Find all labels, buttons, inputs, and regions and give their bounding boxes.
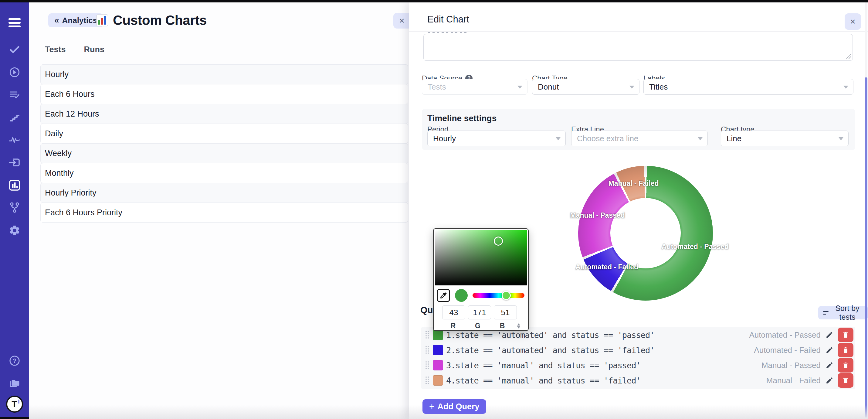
settings-gear-icon[interactable] [0, 223, 29, 237]
edit-icon[interactable] [826, 346, 833, 354]
scrollbar-thumb[interactable] [865, 78, 867, 417]
edit-icon[interactable] [826, 361, 833, 369]
menu-icon[interactable] [0, 16, 29, 30]
list-item[interactable]: Weekly [40, 143, 408, 163]
list-item[interactable]: Hourly [40, 64, 408, 84]
blue-input[interactable] [494, 305, 517, 320]
window-top-edge [0, 0, 868, 2]
query-title: Manual - Passed [762, 361, 820, 370]
runs-play-icon[interactable] [0, 65, 29, 79]
list-item[interactable]: Monthly [40, 163, 408, 183]
donut-slice-label: Manual - Passed [570, 211, 625, 219]
chevrons-left-icon: « [54, 16, 59, 25]
drag-handle-icon[interactable] [426, 331, 429, 339]
chevron-down-icon [843, 86, 848, 89]
color-mode-toggle-icon[interactable] [517, 323, 520, 329]
extra-line-select[interactable]: Choose extra line [571, 130, 708, 146]
drag-handle-icon[interactable] [426, 377, 429, 384]
steps-stairs-icon[interactable] [0, 111, 29, 124]
query-title: Automated - Failed [754, 346, 820, 355]
chevron-down-icon [629, 86, 634, 89]
tab-tests[interactable]: Tests [45, 45, 66, 54]
clipped-field-label [428, 32, 467, 33]
plus-icon: + [429, 401, 435, 412]
list-item[interactable]: Each 6 Hours Priority [40, 203, 408, 222]
sort-icon [823, 311, 829, 315]
donut-slice-label: Automated - Failed [576, 263, 638, 271]
help-question-icon[interactable]: ? [0, 354, 29, 368]
back-button-label: Analytics [62, 16, 97, 25]
imports-sign-in-icon[interactable] [0, 155, 29, 170]
divider [409, 31, 868, 32]
delete-query-button[interactable] [838, 358, 854, 372]
query-list: 1.state == 'automated' and status == 'pa… [421, 327, 855, 389]
list-item[interactable]: Daily [40, 124, 408, 144]
sb-marker[interactable] [494, 237, 503, 246]
timeline-settings-card: Timeline settings Period Extra Line Char… [422, 109, 855, 150]
edit-chart-drawer: Edit Chart × Data Source ? Chart Type La… [409, 2, 868, 419]
description-textarea[interactable] [423, 34, 853, 61]
period-select[interactable]: Hourly [427, 130, 566, 146]
analytics-back-button[interactable]: « Analytics [48, 13, 103, 27]
query-color-swatch[interactable] [433, 375, 443, 386]
current-color-swatch [455, 289, 468, 302]
panel-close-button[interactable]: × [393, 13, 410, 29]
red-label: R [442, 322, 464, 330]
list-item[interactable]: Hourly Priority [40, 183, 408, 203]
chart-list: HourlyEach 6 HoursEach 12 HoursDailyWeek… [40, 65, 408, 222]
query-color-swatch[interactable] [433, 345, 443, 355]
drawer-close-button[interactable]: × [845, 13, 861, 30]
delete-query-button[interactable] [838, 343, 854, 357]
hue-slider[interactable] [472, 293, 524, 298]
data-source-select[interactable]: Tests [422, 79, 527, 95]
svg-text:?: ? [12, 357, 16, 364]
query-title: Automated - Passed [749, 330, 820, 340]
donut-labels: Automated - PassedAutomated - FailedManu… [578, 166, 713, 301]
eyedropper-button[interactable] [437, 289, 450, 302]
query-row: 3.state == 'manual' and status == 'passe… [421, 358, 855, 373]
delete-query-button[interactable] [838, 373, 854, 388]
blue-label: B [491, 322, 513, 330]
drag-handle-icon[interactable] [426, 346, 429, 354]
red-input[interactable] [442, 305, 465, 320]
edit-icon[interactable] [826, 331, 833, 339]
labels-select[interactable]: Titles [643, 79, 854, 95]
list-item[interactable]: Each 12 Hours [40, 104, 408, 124]
query-row: 4.state == 'manual' and status == 'faile… [421, 373, 855, 388]
sidebar: ? T [0, 2, 29, 419]
query-expression: 4.state == 'manual' and status == 'faile… [446, 376, 766, 385]
green-input[interactable] [468, 305, 491, 320]
delete-query-button[interactable] [838, 328, 854, 342]
sort-by-tests-button[interactable]: Sort by tests [818, 306, 868, 320]
hue-handle[interactable] [502, 291, 511, 300]
edit-icon[interactable] [826, 377, 833, 384]
branches-git-icon[interactable] [0, 201, 29, 215]
donut-slice-label: Manual - Failed [608, 179, 659, 187]
drag-handle-icon[interactable] [426, 361, 429, 369]
testomat-logo[interactable]: T [0, 396, 29, 412]
tests-check-icon[interactable] [0, 42, 29, 57]
saturation-brightness-area[interactable] [435, 230, 527, 286]
divider [29, 61, 409, 61]
page-title: Custom Charts [113, 13, 207, 28]
donut-chart: Automated - PassedAutomated - FailedManu… [578, 166, 713, 301]
tab-bar: Tests Runs [45, 45, 104, 54]
add-query-button[interactable]: + Add Query [423, 399, 486, 414]
query-row: 2.state == 'automated' and status == 'fa… [421, 342, 855, 358]
query-color-swatch[interactable] [433, 330, 443, 340]
test-plans-list-check-icon[interactable] [0, 88, 29, 102]
chevron-down-icon [518, 86, 522, 89]
chart-type-select[interactable]: Donut [532, 79, 640, 95]
query-title: Manual - Failed [766, 376, 820, 385]
tab-runs[interactable]: Runs [84, 45, 105, 54]
projects-folder-icon[interactable] [0, 377, 29, 390]
list-item[interactable]: Each 6 Hours [40, 84, 408, 104]
eyedropper-icon [439, 292, 447, 299]
custom-charts-bar-icon[interactable] [0, 178, 29, 192]
query-color-swatch[interactable] [433, 360, 443, 370]
timeline-chart-type-select[interactable]: Line [721, 130, 848, 146]
chevron-down-icon [698, 137, 703, 140]
pulse-activity-icon[interactable] [0, 133, 29, 147]
window-bottom-edge [0, 417, 29, 419]
drawer-title: Edit Chart [427, 14, 469, 25]
